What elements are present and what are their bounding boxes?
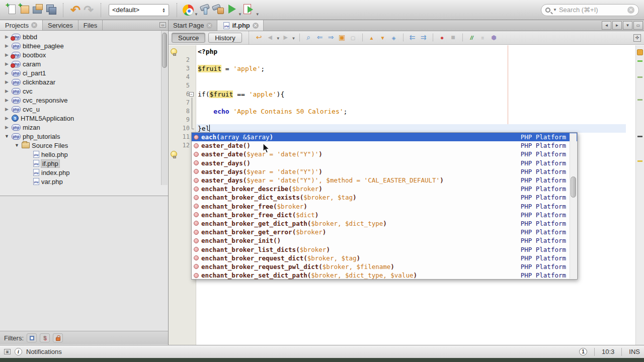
- expand-icon[interactable]: ▶: [4, 116, 10, 121]
- stripe-mark[interactable]: [637, 76, 642, 78]
- next-bookmark-icon[interactable]: ▼: [377, 33, 388, 43]
- tree-item-cvc-u[interactable]: ▶phpcvc_u: [0, 105, 168, 114]
- database-icon[interactable]: ⬢: [489, 33, 500, 43]
- stop-macro-recording-icon[interactable]: ■: [448, 32, 459, 42]
- previous-bookmark-icon[interactable]: ▲: [366, 33, 377, 43]
- close-icon[interactable]: ✕: [206, 23, 212, 29]
- scroll-right-icon[interactable]: ►: [612, 21, 622, 30]
- tree-item-cvc[interactable]: ▶phpcvc: [0, 86, 168, 96]
- completion-item[interactable]: enchant_broker_free_dict($dict)PHP Platf…: [192, 211, 577, 219]
- tree-item-caram[interactable]: ▶phpcaram: [0, 59, 168, 68]
- minimize-icon[interactable]: ▭: [159, 22, 166, 28]
- source-view-button[interactable]: Source: [172, 33, 205, 43]
- tree-item-ci-part1[interactable]: ▶phpci_part1: [0, 68, 168, 77]
- chrome-browser-dropdown-arrow-icon[interactable]: ▼: [194, 12, 198, 17]
- uncomment-icon[interactable]: ≡: [477, 33, 489, 43]
- stripe-mark[interactable]: [637, 136, 642, 137]
- new-project-icon[interactable]: [18, 3, 31, 16]
- expand-icon[interactable]: ▶: [4, 43, 10, 48]
- warning-indicator-icon[interactable]: [637, 49, 643, 55]
- completion-item[interactable]: easter_days()PHP Platform: [192, 159, 577, 167]
- editor-tab-start-page[interactable]: Start Page✕: [169, 20, 217, 31]
- maximize-icon[interactable]: ▭: [633, 21, 643, 30]
- debug-dropdown-arrow-icon[interactable]: ▼: [256, 12, 260, 17]
- completion-item[interactable]: enchant_broker_set_dict_path($broker, $d…: [192, 271, 577, 280]
- expand-icon[interactable]: ▶: [4, 98, 10, 103]
- tree-item-clicknbazar[interactable]: ▶phpclicknbazar: [0, 77, 168, 86]
- search-input[interactable]: ▼ Search (⌘+I) ✕: [541, 4, 639, 16]
- comment-icon[interactable]: //: [466, 33, 477, 43]
- search-clear-icon[interactable]: ✕: [627, 7, 634, 14]
- completion-item[interactable]: enchant_broker_request_pwl_dict($broker,…: [192, 262, 577, 271]
- tree-item-php-tutorials[interactable]: ▼phpphp_tutorials: [0, 132, 168, 141]
- new-file-icon[interactable]: [5, 3, 18, 16]
- tab-services[interactable]: Services: [43, 20, 78, 30]
- expand-icon[interactable]: ▶: [4, 79, 10, 84]
- tree-item-cvc-responsive[interactable]: ▶phpcvc_responsive: [0, 96, 168, 105]
- filter-lock-icon[interactable]: [53, 333, 63, 342]
- config-dropdown[interactable]: <default> ▲▼: [109, 4, 169, 16]
- search-scope-arrow-icon[interactable]: ▼: [553, 8, 557, 12]
- completion-item[interactable]: enchant_broker_request_dict($broker, $ta…: [192, 254, 577, 262]
- popup-scrollbar[interactable]: [570, 133, 577, 279]
- filter-fields-icon[interactable]: $: [40, 333, 50, 342]
- completion-item[interactable]: enchant_broker_get_dict_path($broker, $d…: [192, 219, 577, 228]
- editor-tab-if-php[interactable]: phpif.php✕: [217, 20, 263, 31]
- tree-item-index-php[interactable]: phpindex.php: [0, 168, 168, 177]
- tree-item-bithee-paglee[interactable]: ▶phpbithee_paglee: [0, 41, 168, 50]
- stripe-mark[interactable]: [637, 60, 642, 62]
- completion-item[interactable]: enchant_broker_dict_exists($broker, $tag…: [192, 193, 577, 202]
- tree-item-if-php[interactable]: phpif.php: [0, 159, 168, 168]
- tree-item-hello-php[interactable]: phphello.php: [0, 150, 168, 159]
- tree-item-html5application[interactable]: ▶5HTML5Application: [0, 114, 168, 123]
- tree-item-mizan[interactable]: ▶phpmizan: [0, 123, 168, 132]
- completion-item[interactable]: enchant_broker_list_dicts($broker)PHP Pl…: [192, 245, 577, 253]
- scroll-left-icon[interactable]: ◄: [602, 21, 611, 30]
- completion-item[interactable]: enchant_broker_free($broker)PHP Platform: [192, 202, 577, 211]
- last-edit-icon[interactable]: ↩: [254, 32, 265, 42]
- expand-icon[interactable]: ▶: [4, 107, 10, 112]
- stripe-mark[interactable]: [637, 99, 642, 101]
- open-project-icon[interactable]: [31, 3, 44, 16]
- toggle-bookmark-icon[interactable]: ◈: [388, 33, 399, 43]
- shift-line-left-icon[interactable]: ⇇: [407, 32, 418, 42]
- expand-icon[interactable]: ▶: [4, 70, 10, 75]
- prev-occurrence-icon[interactable]: ⇐: [314, 32, 326, 42]
- back-icon[interactable]: ◄: [265, 32, 276, 42]
- rectangular-selection-icon[interactable]: ▢: [348, 33, 359, 43]
- start-macro-recording-icon[interactable]: ●: [437, 33, 448, 43]
- completion-item[interactable]: easter_date()PHP Platform: [192, 141, 577, 150]
- collapse-icon[interactable]: ▼: [4, 134, 10, 139]
- back-dropdown-arrow-icon[interactable]: ▼: [276, 36, 280, 41]
- completion-item[interactable]: enchant_broker_describe($broker)PHP Plat…: [192, 185, 577, 193]
- expand-icon[interactable]: ▶: [4, 125, 10, 130]
- output-window-icon[interactable]: ▣: [4, 349, 11, 354]
- tree-item-bootbox[interactable]: ▶phpbootbox: [0, 50, 168, 59]
- expand-icon[interactable]: ▶: [4, 52, 10, 57]
- close-icon[interactable]: ✕: [253, 23, 259, 29]
- projects-scrollbar-thumb[interactable]: [162, 33, 167, 68]
- shift-line-right-icon[interactable]: ⇉: [418, 32, 429, 42]
- undo-icon[interactable]: ↶: [69, 4, 82, 17]
- forward-dropdown-arrow-icon[interactable]: ▼: [292, 36, 296, 41]
- run-dropdown-arrow-icon[interactable]: ▼: [238, 12, 242, 17]
- completion-item[interactable]: enchant_broker_get_error($broker)PHP Pla…: [192, 228, 577, 236]
- popup-scrollbar-thumb[interactable]: [571, 176, 576, 198]
- next-occurrence-icon[interactable]: ⇒: [326, 32, 337, 42]
- notifications-label[interactable]: Notifications: [26, 348, 62, 355]
- clean-build-icon[interactable]: [211, 3, 224, 16]
- save-all-icon[interactable]: [44, 3, 57, 16]
- completion-item[interactable]: easter_days($year = 'date("Y")', $method…: [192, 176, 577, 185]
- projects-scrollbar[interactable]: [161, 31, 168, 185]
- tree-item-var-php[interactable]: phpvar.php: [0, 177, 168, 185]
- find-selection-icon[interactable]: ⌕: [303, 33, 314, 43]
- history-view-button[interactable]: History: [208, 33, 242, 43]
- completion-item[interactable]: enchant_broker_init()PHP Platform: [192, 236, 577, 245]
- chrome-browser-icon[interactable]: [183, 5, 194, 16]
- collapse-icon[interactable]: ▼: [14, 143, 20, 148]
- tree-item-bbbd[interactable]: ▶phpbbbd: [0, 32, 168, 41]
- forward-icon[interactable]: ►: [280, 32, 291, 42]
- toggle-highlight-icon[interactable]: ▣: [337, 32, 348, 42]
- completion-item[interactable]: easter_days($year = 'date("Y")')PHP Plat…: [192, 167, 577, 176]
- redo-icon[interactable]: ↷: [82, 4, 95, 17]
